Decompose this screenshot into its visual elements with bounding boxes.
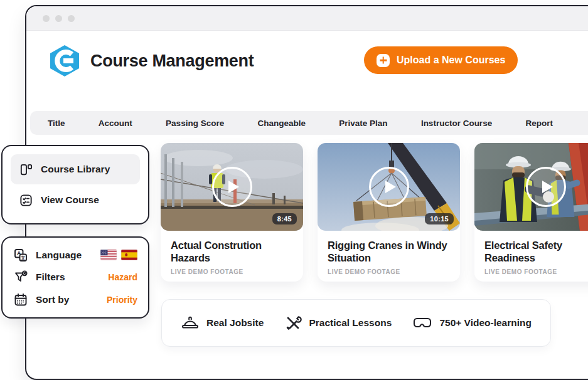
filter-icon: [13, 270, 28, 285]
filter-value: Hazard: [108, 272, 137, 282]
plus-icon: [377, 54, 390, 67]
video-duration-badge: 10:15: [425, 213, 454, 224]
course-subtitle: LIVE DEMO FOOTAGE: [484, 268, 588, 275]
sidebar-item-label: Course Library: [41, 164, 110, 175]
course-menu-panel: Course Library View Course: [1, 145, 149, 224]
screen: Course Management Upload a New Courses T…: [0, 0, 588, 380]
course-title: Rigging Cranes in Windy Situation: [328, 239, 450, 264]
tab-changeable[interactable]: Changeable: [257, 119, 306, 128]
window-titlebar: [26, 6, 588, 31]
filters-panel: A 文 Language: [1, 236, 149, 319]
feature-practical-lessons: Practical Lessons: [284, 314, 392, 332]
sidebar-item-course-library[interactable]: Course Library: [11, 154, 140, 184]
upload-new-course-button[interactable]: Upload a New Courses: [364, 46, 518, 74]
play-button[interactable]: [212, 167, 252, 207]
tab-account[interactable]: Account: [99, 119, 132, 128]
sort-by-row[interactable]: Sort by Priority: [13, 289, 137, 310]
play-button[interactable]: [526, 167, 566, 207]
feature-bar: Real Jobsite Practical Lessons 750+ Vide…: [161, 299, 551, 347]
library-icon: [19, 162, 33, 177]
svg-text:文: 文: [20, 255, 26, 261]
feature-label: 750+ Video-learning: [439, 317, 532, 329]
video-thumbnail-construction[interactable]: 8:45: [161, 143, 303, 231]
goggles-icon: [412, 316, 432, 330]
sort-value: Priority: [107, 295, 137, 305]
filters-row[interactable]: Filters Hazard: [13, 267, 137, 288]
tab-passing-score[interactable]: Passing Score: [166, 119, 224, 128]
filter-label: Filters: [36, 272, 65, 283]
us-flag-icon[interactable]: [100, 250, 117, 260]
tab-title[interactable]: Title: [48, 119, 65, 128]
app-logo-icon: [48, 44, 82, 78]
filter-label: Language: [36, 250, 82, 261]
feature-label: Real Jobsite: [206, 317, 264, 329]
video-thumbnail-electrical[interactable]: [474, 143, 588, 231]
course-subtitle: LIVE DEMO FOOTAGE: [171, 268, 293, 275]
course-card: 10:15 Rigging Cranes in Windy Situation …: [318, 143, 460, 282]
tab-instructor-course[interactable]: Instructor Course: [421, 119, 492, 128]
window-dot-icon[interactable]: [43, 15, 50, 22]
play-icon: [385, 181, 396, 193]
language-row[interactable]: A 文 Language: [13, 245, 137, 266]
window-dot-icon[interactable]: [68, 15, 75, 22]
upload-button-label: Upload a New Courses: [397, 55, 505, 66]
sidebar-item-label: View Course: [41, 194, 99, 206]
course-subtitle: LIVE DEMO FOOTAGE: [328, 268, 450, 275]
feature-label: Practical Lessons: [309, 317, 392, 329]
course-title: Electrical Safety Readiness: [484, 239, 588, 264]
video-thumbnail-crane[interactable]: 10:15: [318, 143, 460, 231]
play-icon: [542, 181, 553, 193]
play-icon: [228, 181, 239, 193]
window-dot-icon[interactable]: [55, 15, 62, 22]
calendar-icon: [13, 292, 28, 307]
feature-video-learning: 750+ Video-learning: [412, 316, 532, 330]
course-title: Actual Constrution Hazards: [171, 239, 293, 264]
play-button[interactable]: [369, 167, 409, 207]
sidebar-item-view-course[interactable]: View Course: [11, 187, 140, 213]
video-duration-badge: 8:45: [272, 213, 297, 224]
table-header-bar: Title Account Passing Score Changeable P…: [30, 111, 588, 135]
translate-icon: A 文: [13, 248, 28, 263]
feature-real-jobsite: Real Jobsite: [181, 315, 264, 331]
hard-hat-icon: [181, 315, 200, 331]
tools-icon: [284, 314, 302, 332]
course-card: Electrical Safety Readiness LIVE DEMO FO…: [474, 143, 588, 282]
filter-label: Sort by: [36, 294, 69, 305]
tab-report[interactable]: Report: [525, 119, 553, 128]
page-title: Course Management: [90, 51, 254, 71]
tab-private-plan[interactable]: Private Plan: [339, 119, 387, 128]
course-card: 8:45 Actual Constrution Hazards LIVE DEM…: [161, 143, 303, 282]
checklist-icon: [19, 193, 33, 208]
spain-flag-icon[interactable]: [121, 250, 137, 260]
